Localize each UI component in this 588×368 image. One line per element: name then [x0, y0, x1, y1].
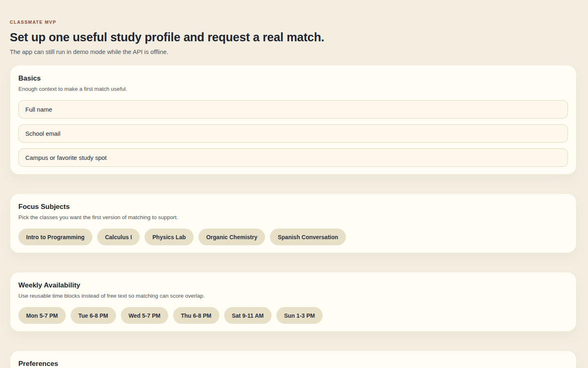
focus-subjects-description: Pick the classes you want the first vers…	[18, 214, 568, 220]
page-title: Set up one useful study profile and requ…	[10, 31, 577, 44]
subject-chip-calculus-i[interactable]: Calculus I	[97, 229, 140, 245]
availability-card: Weekly Availability Use reusable time bl…	[10, 272, 577, 332]
basics-card: Basics Enough context to make a first ma…	[10, 65, 577, 175]
availability-title: Weekly Availability	[18, 281, 568, 289]
timeblock-chip-row: Mon 5-7 PM Tue 6-8 PM Wed 5-7 PM Thu 6-8…	[18, 307, 568, 324]
full-name-input[interactable]	[18, 100, 568, 119]
page: CLASSMATE MVP Set up one useful study pr…	[0, 0, 588, 368]
preferences-title: Preferences	[18, 360, 568, 368]
page-subtitle: The app can still run in demo mode while…	[10, 48, 577, 55]
school-email-input[interactable]	[18, 124, 568, 143]
subject-chip-spanish-conversation[interactable]: Spanish Conversation	[270, 229, 346, 245]
timeblock-chip-mon[interactable]: Mon 5-7 PM	[18, 307, 66, 324]
basics-description: Enough context to make a first match use…	[18, 86, 568, 92]
timeblock-chip-wed[interactable]: Wed 5-7 PM	[121, 307, 168, 324]
subject-chip-organic-chemistry[interactable]: Organic Chemistry	[198, 229, 265, 245]
subject-chip-physics-lab[interactable]: Physics Lab	[145, 229, 194, 245]
preferences-card: Preferences Keep the first flow opiniona…	[10, 350, 577, 368]
focus-subjects-card: Focus Subjects Pick the classes you want…	[10, 193, 577, 253]
study-spot-input[interactable]	[18, 148, 568, 167]
page-header: CLASSMATE MVP Set up one useful study pr…	[10, 20, 577, 55]
timeblock-chip-sun[interactable]: Sun 1-3 PM	[276, 307, 323, 324]
subject-chip-intro-to-programming[interactable]: Intro to Programming	[18, 229, 92, 245]
timeblock-chip-thu[interactable]: Thu 6-8 PM	[173, 307, 219, 324]
timeblock-chip-sat[interactable]: Sat 9-11 AM	[224, 307, 272, 324]
timeblock-chip-tue[interactable]: Tue 6-8 PM	[71, 307, 116, 324]
availability-description: Use reusable time blocks instead of free…	[18, 293, 568, 299]
eyebrow: CLASSMATE MVP	[10, 20, 577, 25]
basics-title: Basics	[18, 74, 568, 83]
subject-chip-row: Intro to Programming Calculus I Physics …	[18, 229, 568, 245]
focus-subjects-title: Focus Subjects	[18, 203, 568, 211]
